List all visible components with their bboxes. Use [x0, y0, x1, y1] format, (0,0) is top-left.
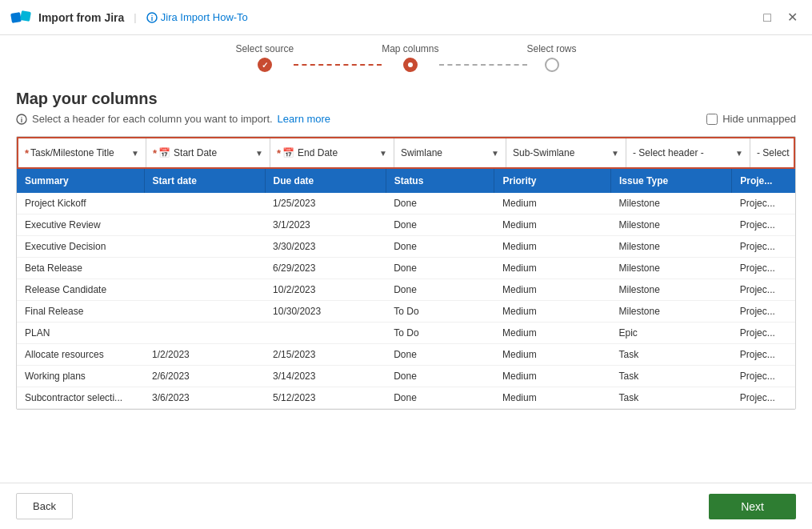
cell-9-5: Task	[611, 387, 732, 409]
cell-7-0: Allocate resources	[17, 344, 144, 366]
table-row: Executive Review3/1/2023DoneMediumMilest…	[17, 214, 795, 236]
th-project: Proje...	[732, 169, 795, 193]
svg-text:i: i	[21, 116, 23, 124]
step-3-circle	[545, 58, 559, 72]
required-star-2: *	[277, 147, 281, 159]
cell-1-3: Done	[386, 214, 494, 236]
cell-7-1: 1/2/2023	[144, 344, 265, 366]
th-issue-type: Issue Type	[611, 169, 732, 193]
cell-4-4: Medium	[494, 279, 611, 301]
cell-9-0: Subcontractor selecti...	[17, 387, 144, 409]
cell-8-4: Medium	[494, 366, 611, 387]
help-link[interactable]: i Jira Import How-To	[146, 11, 248, 23]
cell-8-5: Task	[611, 366, 732, 387]
cell-2-5: Milestone	[611, 236, 732, 258]
cell-2-1	[144, 236, 265, 258]
cell-0-1	[144, 193, 265, 214]
cell-9-1: 3/6/2023	[144, 387, 265, 409]
map-cell-2[interactable]: * 📅 End Date None ▼	[270, 138, 394, 167]
step-2-circle	[403, 58, 418, 72]
info-icon: i	[146, 12, 158, 23]
data-table-scroll[interactable]: Summary Start date Due date Status Prior…	[17, 167, 795, 409]
svg-text:i: i	[150, 14, 153, 22]
cell-6-4: Medium	[494, 323, 611, 344]
cell-3-4: Medium	[494, 258, 611, 279]
cell-1-4: Medium	[494, 214, 611, 236]
table-row: Subcontractor selecti...3/6/20235/12/202…	[17, 387, 795, 409]
cell-5-3: To Do	[386, 301, 494, 323]
required-star-1: *	[153, 147, 157, 159]
app-title: Import from Jira	[38, 11, 124, 24]
cell-8-1: 2/6/2023	[144, 366, 265, 387]
th-priority: Priority	[494, 169, 611, 193]
table-row: Working plans2/6/20233/14/2023DoneMedium…	[17, 366, 795, 387]
cell-8-0: Working plans	[17, 366, 144, 387]
cell-2-2: 3/30/2023	[265, 236, 386, 258]
cell-9-6: Projec...	[732, 387, 795, 409]
cell-8-6: Projec...	[732, 366, 795, 387]
app-icon	[10, 6, 32, 29]
cell-5-6: Projec...	[732, 301, 795, 323]
map-select-2[interactable]: End Date None	[298, 147, 387, 158]
map-select-5[interactable]: - Select header - None	[633, 147, 743, 158]
map-cell-3[interactable]: Swimlane None ▼	[394, 138, 506, 167]
cell-0-3: Done	[386, 193, 494, 214]
hide-unmapped-label: Hide unmapped	[722, 113, 796, 125]
map-cell-4[interactable]: Sub-Swimlane None ▼	[506, 138, 626, 167]
cell-1-1	[144, 214, 265, 236]
step-map-columns: Map columns	[382, 43, 438, 72]
cell-7-5: Task	[611, 344, 732, 366]
page-subtitle: i Select a header for each column you wa…	[16, 113, 796, 125]
table-row: Executive Decision3/30/2023DoneMediumMil…	[17, 236, 795, 258]
checkmark-icon: ✓	[262, 61, 268, 70]
cell-2-3: Done	[386, 236, 494, 258]
table-row: PLANTo DoMediumEpicProjec...	[17, 323, 795, 344]
cell-5-5: Milestone	[611, 301, 732, 323]
data-table: Summary Start date Due date Status Prior…	[17, 169, 795, 409]
cell-3-6: Projec...	[732, 258, 795, 279]
cell-0-2: 1/25/2023	[265, 193, 386, 214]
cell-3-0: Beta Release	[17, 258, 144, 279]
map-cell-6[interactable]: - Select None ▼	[750, 138, 795, 167]
cell-7-2: 2/15/2023	[265, 344, 386, 366]
cell-9-4: Medium	[494, 387, 611, 409]
connector-2	[439, 64, 527, 66]
cell-5-2: 10/30/2023	[265, 301, 386, 323]
cell-4-1	[144, 279, 265, 301]
cell-1-2: 3/1/2023	[265, 214, 386, 236]
cell-0-5: Milestone	[611, 193, 732, 214]
active-dot	[408, 62, 413, 67]
cell-6-2	[265, 323, 386, 344]
table-row: Allocate resources1/2/20232/15/2023DoneM…	[17, 344, 795, 366]
minimize-button[interactable]: □	[758, 8, 776, 26]
th-summary: Summary	[17, 169, 144, 193]
table-container: * Task/Milestone Title None ▼ * 📅 Start …	[16, 136, 796, 410]
cell-2-0: Executive Decision	[17, 236, 144, 258]
cell-6-6: Projec...	[732, 323, 795, 344]
mapping-header-row: * Task/Milestone Title None ▼ * 📅 Start …	[17, 137, 795, 167]
close-button[interactable]: ✕	[782, 8, 802, 26]
learn-more-link[interactable]: Learn more	[278, 113, 330, 125]
back-button[interactable]: Back	[16, 493, 73, 519]
main-content: Map your columns i Select a header for e…	[0, 77, 812, 416]
calendar-icon-2: 📅	[282, 147, 294, 158]
map-select-0[interactable]: Task/Milestone Title None	[30, 147, 139, 158]
map-cell-1[interactable]: * 📅 Start Date None ▼	[146, 138, 270, 167]
cell-5-1	[144, 301, 265, 323]
hide-unmapped-checkbox[interactable]	[706, 114, 718, 125]
map-select-4[interactable]: Sub-Swimlane None	[513, 147, 619, 158]
title-bar: Import from Jira | i Jira Import How-To …	[0, 0, 812, 35]
cell-5-0: Final Release	[17, 301, 144, 323]
next-button[interactable]: Next	[709, 494, 796, 519]
cell-1-0: Executive Review	[17, 214, 144, 236]
map-cell-0[interactable]: * Task/Milestone Title None ▼	[18, 138, 146, 167]
map-cell-5[interactable]: - Select header - None ▼	[626, 138, 750, 167]
map-select-1[interactable]: Start Date None	[174, 147, 263, 158]
cell-8-2: 3/14/2023	[265, 366, 386, 387]
map-select-3[interactable]: Swimlane None	[401, 147, 499, 158]
cell-8-3: Done	[386, 366, 494, 387]
step-1-circle: ✓	[258, 58, 272, 72]
map-select-6[interactable]: - Select None	[757, 147, 795, 158]
cell-4-6: Projec...	[732, 279, 795, 301]
svg-rect-0	[10, 12, 22, 23]
